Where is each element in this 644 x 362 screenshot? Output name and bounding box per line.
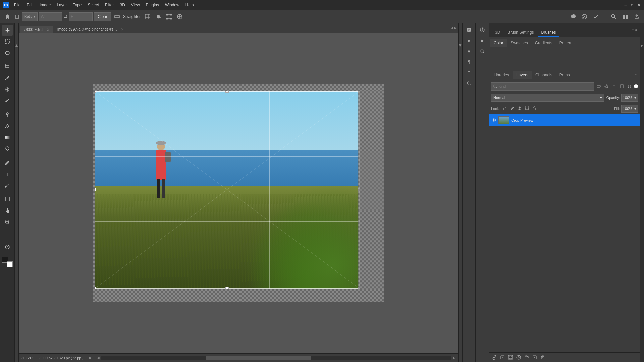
filter-type-icon[interactable]: T [611, 83, 618, 90]
ratio-dropdown[interactable]: Ratio ▾ [22, 12, 38, 21]
blend-mode-dropdown[interactable]: Normal ▾ [491, 94, 604, 102]
panel-tab-3d[interactable]: 3D [492, 28, 503, 37]
layer-tab-channels[interactable]: Channels [532, 71, 556, 79]
tool-eyedropper[interactable] [2, 73, 13, 83]
scroll-right-btn[interactable]: ▶ [453, 356, 455, 360]
menu-window[interactable]: Window [162, 2, 182, 8]
far-right-arrow[interactable]: ▶ [641, 44, 643, 47]
tool-pen[interactable] [2, 157, 13, 168]
grid-icon[interactable] [143, 12, 152, 21]
foreground-background-colors[interactable] [2, 257, 13, 267]
tool-clone[interactable] [2, 109, 13, 120]
layers-panel-options[interactable]: ≡ [633, 73, 639, 77]
layers-search-box[interactable] [491, 82, 594, 90]
layer-tab-libraries[interactable]: Libraries [490, 71, 513, 79]
panel-subtab-color[interactable]: Color [490, 39, 507, 47]
filter-pixel-icon[interactable] [595, 83, 602, 90]
tool-dodge[interactable] [2, 143, 13, 154]
lock-all-icon[interactable] [532, 106, 537, 112]
menu-layer[interactable]: Layer [54, 2, 69, 8]
background-color[interactable] [7, 261, 13, 267]
mini2-search-btn[interactable] [477, 46, 487, 56]
panels-icon[interactable] [621, 12, 630, 21]
lock-pixels-icon[interactable] [502, 106, 507, 112]
width-input[interactable] [39, 12, 62, 21]
close-button[interactable]: ✕ [637, 3, 641, 7]
mini-text-btn[interactable]: A [464, 46, 474, 56]
layer-visibility-toggle[interactable] [491, 118, 496, 123]
scroll-left-btn[interactable]: ◀ [97, 356, 100, 360]
tool-brush[interactable] [2, 96, 13, 106]
tool-shape[interactable] [2, 194, 13, 204]
tool-path-select[interactable] [2, 180, 13, 191]
panel-subtab-gradients[interactable]: Gradients [532, 39, 556, 47]
menu-type[interactable]: Type [70, 2, 84, 8]
effects-icon[interactable] [499, 354, 506, 361]
layer-item-crop-preview[interactable]: Crop Preview [489, 114, 640, 126]
clear-button[interactable]: Clear [94, 12, 111, 21]
panel-close-btn[interactable]: ✕ [635, 28, 637, 32]
swap-dimensions-button[interactable]: ⇄ [64, 14, 68, 19]
collapse-right-arrow[interactable]: ▶ [459, 44, 462, 47]
tab-jpg[interactable]: Image by Anja☺#helpinghands #solidarity#… [54, 26, 127, 33]
tool-zoom[interactable] [2, 217, 13, 227]
undo-icon[interactable] [568, 12, 578, 21]
group-icon[interactable] [523, 354, 530, 361]
mini-play-btn[interactable]: ▶ [464, 36, 474, 46]
home-button[interactable] [3, 12, 12, 21]
mini-char-btn[interactable] [464, 25, 474, 35]
adjustment-icon[interactable] [515, 354, 522, 361]
panel-tab-brush-settings[interactable]: Brush Settings [504, 28, 537, 37]
layer-tab-paths[interactable]: Paths [556, 71, 573, 79]
settings-icon[interactable] [154, 12, 163, 21]
tool-eraser[interactable] [2, 121, 13, 131]
filter-smart-icon[interactable] [626, 83, 633, 90]
tool-hand[interactable] [2, 205, 13, 216]
tool-history[interactable] [2, 242, 13, 252]
menu-plugins[interactable]: Plugins [143, 2, 162, 8]
share-icon[interactable] [632, 12, 641, 21]
panel-tab-brushes[interactable]: Brushes [538, 28, 559, 37]
tool-move[interactable] [2, 25, 13, 36]
menu-filter[interactable]: Filter [102, 2, 117, 8]
new-layer-icon[interactable] [531, 354, 538, 361]
tab-scroll-right[interactable]: ▶ [454, 26, 457, 30]
cancel-icon[interactable] [580, 12, 589, 21]
mini2-arrow-btn[interactable]: ▶ [477, 36, 487, 46]
panel-subtab-swatches[interactable]: Swatches [507, 39, 531, 47]
panel-options-btn[interactable]: ≡ [632, 28, 634, 32]
mini2-info-btn[interactable] [477, 25, 487, 35]
tab-jpg-close[interactable]: ✕ [121, 27, 124, 31]
tool-crop[interactable] [2, 61, 13, 72]
maximize-button[interactable]: □ [630, 3, 635, 7]
filter-adjustment-icon[interactable] [603, 83, 610, 90]
collapse-left-arrow[interactable]: ◀ [15, 44, 18, 47]
lock-brush-icon[interactable] [510, 106, 515, 112]
layer-tab-layers[interactable]: Layers [513, 71, 532, 79]
minimize-button[interactable]: ─ [623, 3, 628, 7]
search-icon[interactable] [609, 12, 619, 21]
lock-position-icon[interactable] [517, 106, 522, 112]
menu-3d[interactable]: 3D [117, 2, 127, 8]
tool-heal[interactable] [2, 84, 13, 95]
menu-file[interactable]: File [11, 2, 23, 8]
panel-subtab-patterns[interactable]: Patterns [556, 39, 578, 47]
mask-icon[interactable] [507, 354, 514, 361]
mini-search-mini-btn[interactable] [464, 78, 474, 88]
menu-image[interactable]: Image [37, 2, 53, 8]
height-input[interactable] [69, 12, 93, 21]
menu-edit[interactable]: Edit [24, 2, 36, 8]
tab-tif[interactable]: \0000-Edit.tif ✕ [20, 26, 53, 33]
tab-scroll-left[interactable]: ◀ [451, 26, 453, 30]
menu-bar[interactable]: File Edit Image Layer Type Select Filter… [11, 2, 196, 8]
delete-layer-icon[interactable] [539, 354, 546, 361]
filter-shape-icon[interactable] [619, 83, 625, 90]
tool-lasso[interactable] [2, 48, 13, 58]
overlay-icon[interactable] [175, 12, 184, 21]
menu-view[interactable]: View [128, 2, 143, 8]
tab-tif-close[interactable]: ✕ [47, 28, 49, 32]
menu-help[interactable]: Help [183, 2, 197, 8]
lock-artboard-icon[interactable] [525, 106, 529, 112]
tool-marquee[interactable] [2, 36, 13, 47]
tool-extra[interactable]: ··· [2, 230, 13, 241]
